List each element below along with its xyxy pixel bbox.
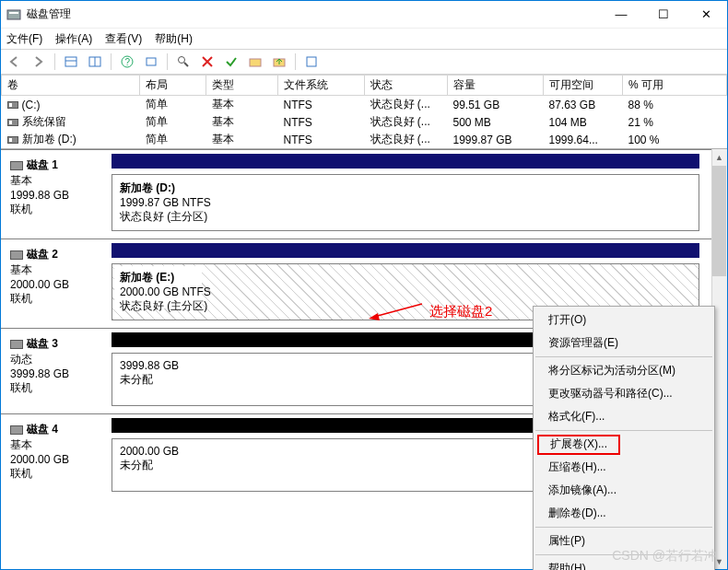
menu-help[interactable]: 帮助(H) — [155, 31, 193, 47]
back-button[interactable] — [5, 52, 25, 72]
volume-table: 卷 布局 类型 文件系统 状态 容量 可用空间 % 可用 (C:)简单基本NTF… — [1, 75, 727, 149]
scroll-up-icon[interactable]: ▲ — [712, 149, 726, 165]
volume-icon — [7, 119, 18, 126]
svg-text:?: ? — [125, 57, 131, 67]
partition[interactable]: 新加卷 (D:)1999.87 GB NTFS状态良好 (主分区) — [112, 174, 699, 231]
check-icon[interactable] — [221, 52, 241, 72]
disk-label[interactable]: 磁盘 1基本1999.88 GB联机 — [1, 150, 110, 238]
col-status[interactable]: 状态 — [365, 76, 448, 96]
svg-rect-2 — [65, 57, 76, 66]
ctx-add-mirror[interactable]: 添加镜像(A)... — [535, 479, 712, 502]
ctx-mark-active[interactable]: 将分区标记为活动分区(M) — [535, 359, 712, 382]
scroll-thumb[interactable] — [712, 166, 726, 276]
ctx-change-letter[interactable]: 更改驱动器号和路径(C)... — [535, 382, 712, 405]
col-free[interactable]: 可用空间 — [544, 76, 623, 96]
svg-rect-11 — [250, 59, 261, 66]
disk-icon — [10, 250, 23, 260]
settings-icon[interactable] — [301, 52, 322, 72]
view-icon[interactable] — [61, 52, 81, 72]
separator — [54, 53, 55, 70]
help-icon[interactable]: ? — [117, 52, 137, 72]
toolbar: ? — [1, 49, 727, 75]
options-icon[interactable] — [141, 52, 161, 72]
titlebar: 磁盘管理 — ☐ ✕ — [1, 1, 727, 29]
volume-icon — [7, 136, 18, 144]
context-menu: 打开(O) 资源管理器(E) 将分区标记为活动分区(M) 更改驱动器号和路径(C… — [533, 306, 715, 570]
ctx-separator — [535, 430, 712, 431]
disk-header-strip — [112, 154, 699, 169]
minimize-button[interactable]: — — [600, 1, 642, 29]
svg-rect-1 — [9, 12, 18, 14]
folder-up-icon[interactable] — [269, 52, 289, 72]
disk-body: 新加卷 (D:)1999.87 GB NTFS状态良好 (主分区) — [110, 150, 727, 238]
menu-file[interactable]: 文件(F) — [6, 31, 42, 47]
delete-icon[interactable] — [197, 52, 217, 72]
ctx-separator — [535, 356, 712, 357]
col-volume[interactable]: 卷 — [2, 76, 140, 96]
forward-button[interactable] — [29, 52, 49, 72]
disk-icon — [10, 340, 23, 349]
disk-label[interactable]: 磁盘 3动态3999.88 GB联机 — [1, 329, 110, 413]
col-layout[interactable]: 布局 — [140, 76, 206, 96]
disk-header-strip — [112, 243, 699, 258]
separator — [295, 53, 296, 70]
app-icon — [6, 7, 21, 22]
disk-label[interactable]: 磁盘 4基本2000.00 GB联机 — [1, 414, 110, 499]
svg-rect-0 — [7, 10, 20, 19]
window-title: 磁盘管理 — [27, 6, 600, 22]
col-pct[interactable]: % 可用 — [623, 76, 727, 96]
menu-action[interactable]: 操作(A) — [55, 31, 92, 47]
separator — [167, 53, 168, 70]
ctx-open[interactable]: 打开(O) — [535, 308, 712, 332]
ctx-delete-volume[interactable]: 删除卷(D)... — [535, 502, 712, 525]
ctx-help[interactable]: 帮助(H) — [535, 557, 712, 570]
disk-row: 磁盘 1基本1999.88 GB联机新加卷 (D:)1999.87 GB NTF… — [1, 149, 727, 238]
disk-icon — [10, 425, 23, 435]
ctx-format[interactable]: 格式化(F)... — [535, 405, 712, 428]
highlight-box: 扩展卷(X)... — [537, 435, 620, 455]
col-capacity[interactable]: 容量 — [448, 76, 544, 96]
svg-rect-13 — [307, 57, 316, 66]
window-buttons: — ☐ ✕ — [600, 1, 727, 29]
folder-icon[interactable] — [245, 52, 265, 72]
view2-icon[interactable] — [85, 52, 105, 72]
table-row[interactable]: 系统保留简单基本NTFS状态良好 (...500 MB104 MB21 % — [2, 113, 727, 131]
table-row[interactable]: (C:)简单基本NTFS状态良好 (...99.51 GB87.63 GB88 … — [2, 96, 727, 114]
col-fs[interactable]: 文件系统 — [278, 76, 365, 96]
volume-icon — [7, 101, 18, 109]
svg-rect-8 — [147, 58, 156, 65]
menubar: 文件(F) 操作(A) 查看(V) 帮助(H) — [1, 29, 727, 49]
disk-icon — [10, 161, 23, 170]
ctx-separator — [535, 527, 712, 528]
ctx-separator — [535, 554, 712, 555]
table-row[interactable]: 新加卷 (D:)简单基本NTFS状态良好 (...1999.87 GB1999.… — [2, 131, 727, 148]
ctx-properties[interactable]: 属性(P) — [535, 529, 712, 553]
menu-view[interactable]: 查看(V) — [105, 31, 142, 47]
close-button[interactable]: ✕ — [685, 1, 727, 29]
separator — [111, 53, 112, 70]
svg-point-9 — [179, 57, 185, 64]
maximize-button[interactable]: ☐ — [642, 1, 685, 29]
svg-line-10 — [184, 63, 188, 66]
ctx-extend-volume[interactable]: 扩展卷(X)... — [535, 433, 712, 456]
search-icon[interactable] — [173, 52, 194, 72]
ctx-shrink-volume[interactable]: 压缩卷(H)... — [535, 456, 712, 479]
col-type[interactable]: 类型 — [206, 76, 278, 96]
ctx-explorer[interactable]: 资源管理器(E) — [535, 332, 712, 355]
disk-label[interactable]: 磁盘 2基本2000.00 GB联机 — [1, 239, 110, 328]
